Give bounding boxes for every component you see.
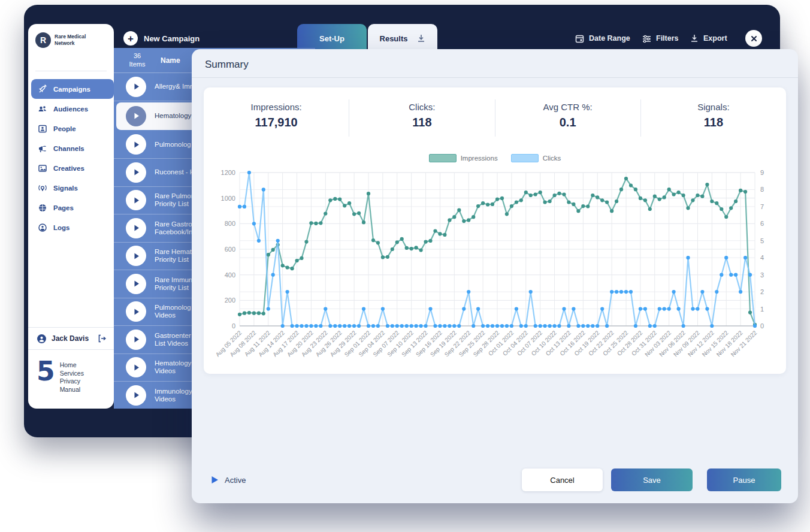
- signal-icon: [38, 183, 47, 193]
- tab-results[interactable]: Results: [368, 24, 437, 53]
- brand-icon: R: [35, 32, 51, 48]
- image-icon: [38, 164, 47, 173]
- sidebar-item-pages[interactable]: Pages: [28, 198, 114, 217]
- play-icon[interactable]: [126, 330, 146, 350]
- svg-text:6: 6: [760, 220, 764, 227]
- filters-icon: [642, 34, 651, 43]
- sidebar-item-label: Campaigns: [53, 86, 90, 93]
- modal-footer: Active Cancel Save Pause: [211, 468, 781, 491]
- new-campaign-label: New Campaign: [144, 34, 200, 43]
- pause-button[interactable]: Pause: [707, 468, 781, 491]
- sidebar-item-people[interactable]: People: [28, 119, 114, 138]
- summary-card: Impressions: 117,910 Clicks: 118 Avg CTR…: [204, 87, 786, 374]
- stat-signals: Signals: 118: [640, 99, 786, 137]
- svg-text:800: 800: [225, 220, 235, 227]
- sidebar-footer: 5 Home Services Privacy Manual: [37, 359, 84, 393]
- play-icon[interactable]: [126, 134, 146, 155]
- legend-impressions: Impressions: [429, 154, 498, 162]
- campaign-row-label: Pulmonolog: [155, 141, 191, 149]
- user-row[interactable]: Jack Davis: [28, 327, 114, 350]
- play-icon[interactable]: [126, 162, 146, 183]
- tab-setup-label: Set-Up: [319, 34, 344, 43]
- sidebar-item-logs[interactable]: Logs: [28, 217, 114, 237]
- svg-text:1200: 1200: [221, 169, 235, 176]
- tab-results-label: Results: [380, 34, 408, 43]
- rocket-icon: [38, 84, 47, 94]
- globe-icon: [38, 203, 47, 213]
- play-icon[interactable]: [126, 301, 146, 322]
- status-label: Active: [225, 476, 246, 485]
- sidebar-item-label: Channels: [53, 145, 84, 152]
- summary-chart-svg: Aug 05 2022Aug 08 2022Aug 11 2022Aug 14 …: [211, 167, 779, 368]
- svg-text:2: 2: [760, 288, 764, 295]
- campaign-row-label: Hematology: [155, 112, 191, 120]
- campaign-row-label: Gastroenter List Videos: [155, 332, 191, 347]
- sidebar-item-label: Signals: [53, 185, 78, 192]
- export-label: Export: [703, 34, 727, 43]
- sidebar-item-label: Pages: [53, 204, 74, 211]
- date-range-button[interactable]: Date Range: [575, 24, 630, 53]
- modal-title: Summary: [205, 59, 249, 71]
- filters-button[interactable]: Filters: [642, 24, 679, 53]
- svg-text:5: 5: [760, 237, 764, 244]
- user-circle-icon: [38, 223, 47, 232]
- svg-text:400: 400: [225, 271, 235, 279]
- divider: [192, 77, 798, 78]
- play-icon[interactable]: [126, 106, 146, 126]
- footer-link-privacy[interactable]: Privacy: [60, 377, 84, 385]
- clicks-swatch: [511, 154, 539, 162]
- cancel-button[interactable]: Cancel: [522, 468, 603, 491]
- sidebar-item-label: People: [53, 125, 76, 132]
- campaign-row-label: Rare Pulmon Priority List: [155, 192, 195, 208]
- campaign-row-label: Rare Hemat Priority List: [155, 248, 192, 264]
- brand-name: Rare Medical Network: [55, 34, 105, 46]
- date-range-label: Date Range: [589, 34, 630, 43]
- campaign-row-label: Rare Gastro Facebook/In: [155, 220, 192, 236]
- svg-text:4: 4: [760, 254, 764, 261]
- play-icon[interactable]: [126, 357, 146, 377]
- brand-logo: R Rare Medical Network: [35, 32, 105, 48]
- sidebar-item-signals[interactable]: Signals: [28, 178, 114, 198]
- play-status-icon: [211, 476, 219, 484]
- footer-link-manual[interactable]: Manual: [60, 386, 84, 394]
- play-icon[interactable]: [126, 246, 146, 266]
- download-icon[interactable]: [417, 34, 425, 43]
- play-icon[interactable]: [126, 385, 146, 406]
- stat-avg-ctr: Avg CTR %: 0.1: [495, 99, 640, 137]
- campaign-row-label: Rare Immun Priority List: [155, 276, 192, 292]
- campaign-row-label: Pulmonolog Videos: [155, 304, 191, 319]
- save-button[interactable]: Save: [611, 468, 693, 491]
- sidebar-item-creatives[interactable]: Creatives: [28, 158, 114, 178]
- filters-label: Filters: [656, 34, 679, 43]
- plus-icon: +: [123, 31, 138, 46]
- user-name: Jack Davis: [52, 334, 89, 343]
- footer-link-home[interactable]: Home: [60, 361, 84, 369]
- play-icon[interactable]: [126, 190, 146, 210]
- id-card-icon: [38, 124, 47, 134]
- stat-clicks: Clicks: 118: [349, 99, 494, 137]
- svg-text:0: 0: [232, 322, 235, 330]
- close-icon[interactable]: [745, 30, 762, 47]
- sidebar-item-label: Logs: [53, 224, 69, 231]
- sidebar-item-channels[interactable]: Channels: [28, 138, 114, 158]
- user-icon: [37, 334, 47, 344]
- legend-clicks-label: Clicks: [543, 155, 561, 162]
- svg-text:7: 7: [760, 203, 764, 210]
- stats-row: Impressions: 117,910 Clicks: 118 Avg CTR…: [204, 87, 786, 137]
- sidebar-item-audiences[interactable]: Audiences: [28, 99, 114, 119]
- play-icon[interactable]: [126, 218, 146, 238]
- play-icon[interactable]: [126, 77, 146, 97]
- summary-chart: Impressions Clicks Aug 05 2022Aug 08 202…: [211, 152, 779, 369]
- play-icon[interactable]: [126, 274, 146, 294]
- items-count: 36 Items: [114, 52, 161, 68]
- footer-link-services[interactable]: Services: [60, 370, 84, 377]
- logout-icon[interactable]: [97, 334, 107, 343]
- five-logo: 5: [37, 359, 54, 383]
- sidebar-item-campaigns[interactable]: Campaigns: [31, 79, 114, 99]
- legend-impressions-label: Impressions: [461, 155, 498, 162]
- svg-text:3: 3: [760, 271, 764, 279]
- sidebar-item-label: Creatives: [53, 165, 84, 172]
- legend-clicks: Clicks: [511, 154, 561, 162]
- svg-text:1: 1: [760, 306, 764, 313]
- export-button[interactable]: Export: [690, 24, 727, 53]
